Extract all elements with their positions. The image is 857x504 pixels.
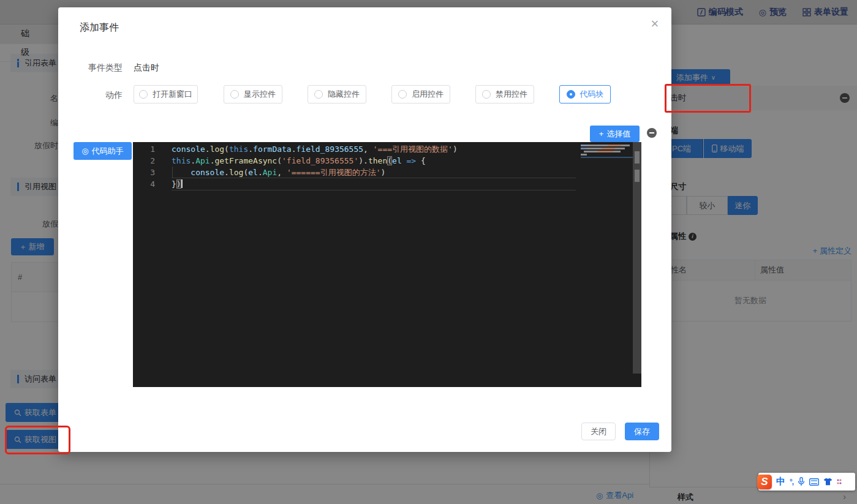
action-option-label: 禁用控件 [496,89,527,100]
app-root: 编码模式 ◎ 预览 表单设置 ◎ 查看Api 引用表单 名 编 放假时 引用视图… [0,0,857,504]
action-option-label: 启用控件 [412,89,444,100]
ime-more-icon[interactable] [837,478,842,486]
radio-icon [314,90,323,99]
select-value-button[interactable]: + 选择值 [590,126,640,142]
sogou-logo-icon[interactable]: S [757,475,772,489]
scrollbar-thumb[interactable] [635,170,640,182]
action-option-label: 代码块 [580,89,604,100]
add-event-modal: 添加事件 × 事件类型 点击时 动作 打开新窗口显示控件隐藏控件启用控件禁用控件… [58,7,671,452]
code-line: 2this.Api.getFrameAsync('field_89356555'… [133,155,641,167]
code-line: 1console.log(this.formData.field_8935655… [133,143,641,155]
code-line: 4}) [133,178,641,190]
code-editor[interactable]: 1console.log(this.formData.field_8935655… [133,142,641,387]
radio-icon [567,90,575,99]
action-options-row: 打开新窗口显示控件隐藏控件启用控件禁用控件代码块 [134,85,611,103]
action-option-label: 隐藏控件 [328,89,360,100]
radio-icon [139,90,148,99]
modal-title: 添加事件 [80,21,119,34]
select-value-label: 选择值 [606,129,630,140]
scrollbar-thumb[interactable] [635,151,640,164]
keyboard-icon[interactable] [809,478,819,486]
radio-icon [230,90,239,99]
line-number: 2 [133,155,155,167]
code-helper-label: 代码助手 [92,146,124,157]
action-option-4[interactable]: 禁用控件 [475,85,534,103]
code-helper-button[interactable]: ◎ 代码助手 [74,142,132,160]
event-type-label: 事件类型 [80,62,123,73]
skin-tshirt-icon[interactable] [823,478,832,486]
action-option-5[interactable]: 代码块 [559,85,611,103]
text-cursor [181,179,183,188]
code-line: 3 console.log(el.Api, '======引用视图的方法') [133,167,641,178]
line-number: 3 [133,167,155,178]
ime-punctuation-icon[interactable]: °, [790,478,793,486]
target-icon: ◎ [81,146,88,156]
ime-toolbar: S 中 °, [758,473,855,491]
editor-scrollbar[interactable] [633,142,641,374]
close-icon[interactable]: × [647,17,662,32]
line-number: 1 [133,143,155,155]
line-number: 4 [133,178,155,190]
action-option-2[interactable]: 隐藏控件 [308,85,366,103]
code-lines: 1console.log(this.formData.field_8935655… [133,143,641,190]
action-option-label: 显示控件 [244,89,276,100]
microphone-icon[interactable] [798,477,805,486]
action-option-3[interactable]: 启用控件 [391,85,450,103]
plus-icon: + [599,129,604,138]
action-option-label: 打开新窗口 [153,89,192,100]
event-type-value: 点击时 [134,62,159,73]
action-option-0[interactable]: 打开新窗口 [134,85,198,103]
modal-close-button[interactable]: 关闭 [581,423,616,440]
action-option-1[interactable]: 显示控件 [224,85,282,103]
editor-minimap[interactable] [581,143,633,158]
ime-language-toggle[interactable]: 中 [776,476,785,487]
radio-icon [482,90,491,99]
remove-code-block-icon[interactable] [647,128,657,138]
action-label: 动作 [80,90,123,101]
radio-icon [398,90,407,99]
modal-save-button[interactable]: 保存 [625,423,659,440]
